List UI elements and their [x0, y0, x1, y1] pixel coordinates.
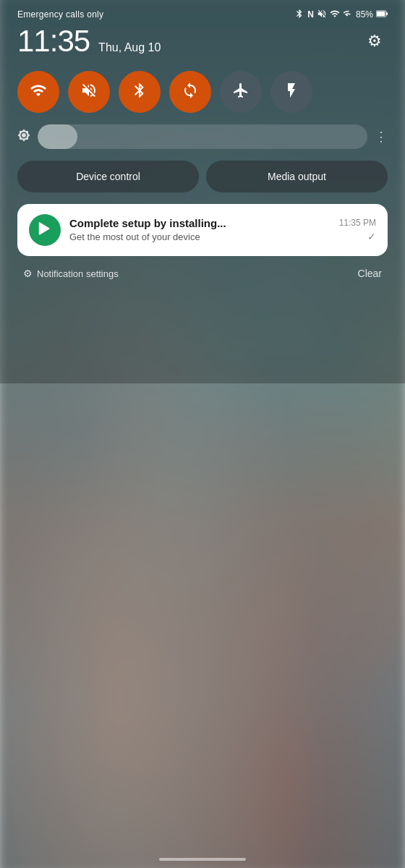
bluetooth-toggle[interactable]: [119, 71, 161, 113]
svg-rect-1: [386, 12, 388, 15]
flashlight-toggle-icon: [283, 82, 300, 102]
notification-time: 11:35 PM: [339, 218, 376, 228]
notification-card[interactable]: Complete setup by installing... Get the …: [17, 204, 388, 256]
notification-panel: Emergency calls only N 85% 11:35 Thu: [0, 0, 405, 291]
brightness-row: ⋮: [12, 124, 393, 161]
control-buttons: Device control Media output: [12, 161, 393, 204]
wifi-icon: [330, 9, 340, 20]
settings-gear-icon: ⚙: [367, 32, 382, 51]
battery-icon: [376, 9, 388, 20]
notification-body: Get the most out of your device: [69, 231, 331, 244]
time-display: 11:35: [17, 26, 90, 56]
wifi-toggle[interactable]: [17, 71, 59, 113]
notification-meta: 11:35 PM ✓: [339, 218, 376, 242]
time-date-group: 11:35 Thu, Aug 10: [17, 26, 161, 56]
clear-button[interactable]: Clear: [358, 268, 382, 279]
flashlight-toggle[interactable]: [270, 71, 312, 113]
nfc-icon: N: [307, 10, 314, 19]
sync-toggle-icon: [182, 82, 199, 102]
brightness-fill: [38, 124, 77, 149]
wifi-toggle-icon: [30, 82, 47, 102]
signal-icon: [343, 9, 353, 20]
notification-app-icon: [29, 214, 61, 246]
quick-toggles: [12, 68, 393, 124]
status-icons: N 85%: [294, 9, 388, 20]
notification-settings-row: ⚙ Notification settings Clear: [12, 265, 393, 291]
bluetooth-icon: [294, 9, 304, 20]
notification-settings-button[interactable]: ⚙ Notification settings: [23, 268, 119, 279]
emergency-text: Emergency calls only: [17, 9, 103, 20]
mute-toggle-icon: [80, 82, 98, 102]
device-control-label: Device control: [76, 171, 140, 182]
sync-toggle[interactable]: [169, 71, 211, 113]
airplane-toggle[interactable]: [220, 71, 262, 113]
home-indicator[interactable]: [159, 858, 246, 861]
mute-toggle[interactable]: [68, 71, 110, 113]
brightness-track[interactable]: [38, 124, 367, 149]
notification-title: Complete setup by installing...: [69, 216, 331, 231]
play-store-icon: [37, 221, 53, 240]
media-output-label: Media output: [268, 171, 326, 182]
svg-rect-2: [377, 12, 385, 16]
brightness-low-icon: [17, 129, 30, 145]
status-bar: Emergency calls only N 85%: [12, 0, 393, 23]
media-output-button[interactable]: Media output: [206, 161, 388, 192]
notification-settings-label-text: Notification settings: [37, 268, 119, 279]
notification-settings-gear-icon: ⚙: [23, 268, 33, 279]
notification-content: Complete setup by installing... Get the …: [69, 216, 331, 244]
settings-button[interactable]: ⚙: [362, 28, 388, 54]
device-control-button[interactable]: Device control: [17, 161, 199, 192]
battery-percent: 85%: [356, 9, 373, 20]
notification-checkmark-icon: ✓: [367, 231, 376, 242]
time-date-row: 11:35 Thu, Aug 10 ⚙: [12, 23, 393, 68]
mute-icon: [317, 9, 327, 20]
airplane-toggle-icon: [232, 82, 250, 102]
brightness-more-icon[interactable]: ⋮: [375, 129, 388, 145]
bluetooth-toggle-icon: [131, 82, 148, 102]
date-display: Thu, Aug 10: [98, 41, 161, 54]
